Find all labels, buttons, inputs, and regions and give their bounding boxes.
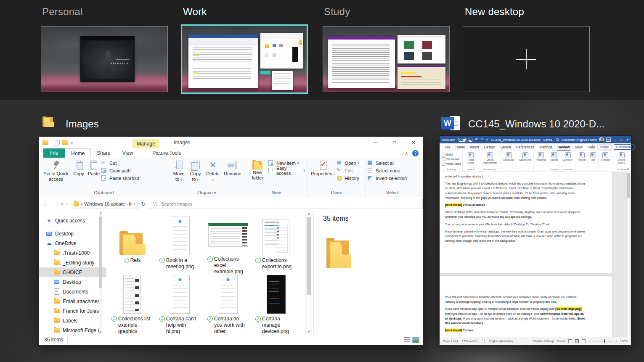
paste-shortcut-button[interactable]: Paste shortcut <box>101 175 139 181</box>
breadcrumb-segment[interactable]: Images <box>129 201 132 206</box>
breadcrumb-chevron-icon[interactable]: › <box>126 201 128 206</box>
nav-item-quick-access[interactable]: ★Quick access <box>39 216 106 225</box>
scrollbar-thumb[interactable] <box>99 217 102 288</box>
properties-button[interactable]: Properties <box>309 159 337 177</box>
file-item-cortana-do-you-work-with-other-services-png[interactable]: ✓Cortana do you work with other services… <box>206 275 250 334</box>
web-layout-icon[interactable] <box>582 339 586 343</box>
word-count-button[interactable]: Word Count <box>442 162 461 166</box>
maximize-button[interactable]: □ <box>385 137 404 148</box>
new-desktop-button[interactable] <box>463 26 590 92</box>
history-button[interactable]: History <box>337 175 360 181</box>
word-tab-design[interactable]: Design <box>482 143 498 151</box>
delete-button[interactable]: × Delete <box>204 159 222 183</box>
nav-pane-scrollbar[interactable]: ∧ ∨ <box>99 211 102 335</box>
autosave-toggle[interactable]: On <box>458 138 466 142</box>
word-window-header-title[interactable]: CC145_Windows 10 2020-D... <box>468 118 604 130</box>
word-tab-home[interactable]: Home <box>453 143 468 151</box>
read-aloud-button[interactable]: Read Aloud <box>464 152 478 164</box>
tab-home[interactable]: Home <box>65 148 91 158</box>
save-icon[interactable] <box>469 138 472 142</box>
focus-button[interactable]: Focus <box>557 340 565 343</box>
file-item-refs[interactable]: ✓Refs <box>110 216 154 275</box>
nav-item-microsoft-edge-c[interactable]: Microsoft Edge C <box>39 325 106 335</box>
check-accessibility-button[interactable]: Check Accessibility <box>480 152 499 164</box>
customize-qat-icon[interactable]: ≡ <box>486 138 488 141</box>
document-scrollbar[interactable] <box>627 172 630 337</box>
tab-picture-tools[interactable]: Picture Tools <box>146 148 187 158</box>
zoom-in-icon[interactable]: + <box>615 340 617 343</box>
zoom-out-icon[interactable]: − <box>588 340 590 343</box>
new-folder-qat-icon[interactable] <box>62 140 68 145</box>
invert-selection-button[interactable]: Invert selection <box>368 175 407 181</box>
scroll-up-icon[interactable]: ∧ <box>99 211 102 215</box>
new-folder-button[interactable]: New folder <box>247 159 268 181</box>
zoom-level[interactable]: 120% <box>620 340 628 343</box>
nav-item-labels[interactable]: Labels <box>39 316 106 325</box>
file-item-collections-list-example-graphics-cards-png[interactable]: ✓Collections list example graphics cards… <box>110 275 154 334</box>
explorer-titlebar[interactable]: ∨ Manage Images – □ ✕ <box>39 137 423 148</box>
nav-item-desktop[interactable]: Desktop <box>39 277 106 287</box>
scrollbar-thumb[interactable] <box>627 173 630 198</box>
collapse-ribbon-icon[interactable]: ∧ <box>627 167 629 171</box>
tracking-button[interactable]: Tracking <box>535 152 546 162</box>
scroll-down-icon[interactable]: ∨ <box>306 330 312 333</box>
resume-button[interactable]: Resume <box>600 152 611 162</box>
compare-button[interactable]: Compare <box>562 152 574 162</box>
comments-button[interactable]: Comments <box>518 152 532 162</box>
explorer-window-header-title[interactable]: Images <box>66 118 99 130</box>
easy-access-button[interactable]: Easy access∨ <box>268 167 305 174</box>
nav-item-desktop[interactable]: Desktop <box>39 229 106 238</box>
scroll-up-icon[interactable]: ∧ <box>306 212 312 216</box>
select-all-button[interactable]: Select all <box>368 160 407 166</box>
word-titlebar[interactable]: AutoSave On ↶ ↷ ≡ CC145_Windows 10 2020-… <box>440 136 631 143</box>
nav-item-trash-1000[interactable]: .Trash-1000 <box>39 248 106 258</box>
display-settings-button[interactable]: Display Settings <box>533 340 554 343</box>
search-box[interactable] <box>149 199 423 209</box>
zoom-slider[interactable] <box>593 341 612 341</box>
desktop-label-personal[interactable]: Personal <box>42 6 82 18</box>
nav-item-email-attachment[interactable]: Email attachment <box>39 296 106 306</box>
file-item-book-in-a-meeting-png[interactable]: ✓Book in a meeting.png <box>158 216 202 275</box>
word-tab-view[interactable]: View <box>572 143 585 151</box>
ink-button[interactable]: Ink <box>589 152 597 162</box>
file-item-cortana-can-t-help-with-hi-png[interactable]: ✓Cortana can't help with hi.png <box>158 275 202 334</box>
folder-icon[interactable] <box>42 140 48 145</box>
tab-share[interactable]: Share <box>91 148 116 158</box>
desktop-thumbnail-work[interactable] <box>181 24 308 94</box>
paste-button[interactable]: Paste <box>86 159 101 177</box>
customize-qat-caret-icon[interactable]: ∨ <box>71 141 73 145</box>
open-button[interactable]: Open∨ <box>337 160 360 166</box>
undo-icon[interactable]: ↶ <box>475 137 478 142</box>
scrollbar-thumb[interactable] <box>307 217 311 295</box>
word-tab-help[interactable]: Help <box>585 143 597 151</box>
file-area-scrollbar[interactable]: ∧ ∨ <box>305 211 312 335</box>
word-tab-insert[interactable]: Insert <box>467 143 481 151</box>
thesaurus-button[interactable]: Thesaurus <box>442 157 461 161</box>
details-view-button[interactable] <box>404 337 410 343</box>
proofing-status-icon[interactable] <box>481 339 485 343</box>
page-indicator[interactable]: Page 1 of 4 <box>443 340 458 343</box>
word-tab-review[interactable]: Review <box>555 143 572 151</box>
nav-item-french-for-jules[interactable]: French for Jules <box>39 306 106 316</box>
protect-button[interactable]: Protect <box>577 152 586 162</box>
editor-button[interactable]: Editor <box>442 153 461 156</box>
tab-view[interactable]: View <box>116 148 139 158</box>
breadcrumb-path[interactable]: «Windows 10 update›Images› <box>80 201 131 206</box>
search-input[interactable] <box>160 201 419 207</box>
accept-button[interactable]: Accept <box>549 152 559 162</box>
up-button[interactable]: ↑ <box>64 201 71 207</box>
redo-icon[interactable]: ↷ <box>480 137 484 142</box>
word-tab-file[interactable]: File <box>442 143 453 151</box>
minimize-button[interactable]: – <box>615 138 616 142</box>
nav-item-onedrive[interactable]: ☁OneDrive <box>39 238 106 248</box>
file-item-cortana-manage-devices-png[interactable]: ✓Cortana manage devices.png <box>254 275 298 334</box>
tab-file[interactable]: File <box>43 148 65 158</box>
edit-button[interactable]: Edit <box>337 167 360 174</box>
large-icons-view-button[interactable] <box>412 337 419 343</box>
read-mode-icon[interactable] <box>568 339 572 343</box>
select-none-button[interactable]: Select none <box>368 167 407 174</box>
minimize-button[interactable]: – <box>366 137 385 148</box>
properties-qat-icon[interactable] <box>54 140 60 145</box>
minimize-ribbon-icon[interactable]: ∧ <box>405 151 408 156</box>
cut-button[interactable]: Cut <box>101 160 139 166</box>
